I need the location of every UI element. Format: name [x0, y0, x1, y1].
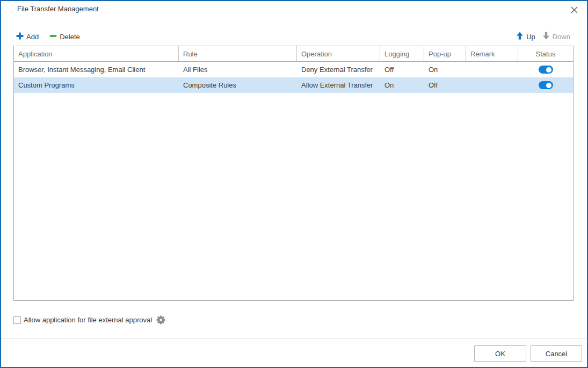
column-header-logging[interactable]: Logging	[380, 46, 424, 61]
column-header-rule[interactable]: Rule	[179, 46, 297, 61]
add-button[interactable]: Add	[16, 31, 39, 42]
move-up-button[interactable]: Up	[516, 31, 535, 42]
cancel-button[interactable]: Cancel	[531, 345, 582, 362]
toggle-knob	[546, 83, 551, 88]
cell-logging: Off	[380, 62, 424, 77]
arrow-down-icon	[542, 32, 550, 41]
cell-remark	[466, 62, 518, 77]
approval-checkbox[interactable]	[13, 316, 21, 324]
move-down-label: Down	[553, 33, 570, 41]
file-transfer-management-dialog: File Transfer Management Add Delete	[0, 0, 588, 368]
cell-operation: Allow External Transfer	[297, 77, 380, 93]
cell-application: Browser, Instant Messaging, Email Client	[14, 62, 179, 77]
cell-status	[518, 77, 573, 93]
column-header-popup[interactable]: Pop-up	[424, 46, 466, 61]
cell-status	[518, 62, 573, 77]
status-toggle[interactable]	[539, 81, 553, 89]
toggle-knob	[546, 67, 551, 73]
column-header-operation[interactable]: Operation	[297, 46, 380, 61]
cell-application: Custom Programs	[14, 77, 179, 93]
table-row[interactable]: Browser, Instant Messaging, Email Client…	[14, 62, 573, 77]
cell-popup: Off	[424, 77, 466, 93]
delete-button-label: Delete	[60, 33, 80, 41]
delete-button[interactable]: Delete	[49, 31, 80, 42]
table-header: Application Rule Operation Logging Pop-u…	[14, 46, 573, 62]
dialog-title: File Transfer Management	[17, 5, 99, 13]
approval-checkbox-label: Allow application for file external appr…	[24, 316, 152, 324]
cell-logging: On	[380, 77, 424, 93]
status-toggle[interactable]	[539, 66, 553, 74]
cell-operation: Deny External Transfer	[297, 62, 380, 77]
move-down-button[interactable]: Down	[542, 31, 570, 42]
cell-remark	[466, 77, 518, 93]
close-icon[interactable]	[569, 5, 579, 15]
column-header-status[interactable]: Status	[518, 46, 573, 61]
approval-row: Allow application for file external appr…	[13, 315, 165, 324]
column-header-remark[interactable]: Remark	[466, 46, 518, 61]
ok-button[interactable]: OK	[474, 345, 526, 362]
cell-popup: On	[424, 62, 466, 77]
rules-table: Application Rule Operation Logging Pop-u…	[13, 46, 574, 301]
toolbar-left: Add Delete	[16, 31, 80, 42]
table-row[interactable]: Custom Programs Composite Rules Allow Ex…	[14, 77, 573, 93]
column-header-application[interactable]: Application	[14, 46, 179, 61]
cell-rule: All Files	[179, 62, 297, 77]
gear-icon[interactable]	[156, 315, 165, 324]
arrow-up-icon	[516, 32, 524, 41]
move-up-label: Up	[526, 33, 535, 41]
toolbar-right: Up Down	[516, 31, 570, 42]
footer-divider	[1, 338, 587, 339]
cell-rule: Composite Rules	[179, 77, 297, 93]
add-button-label: Add	[26, 33, 39, 41]
plus-icon	[16, 32, 24, 41]
minus-icon	[49, 32, 57, 41]
